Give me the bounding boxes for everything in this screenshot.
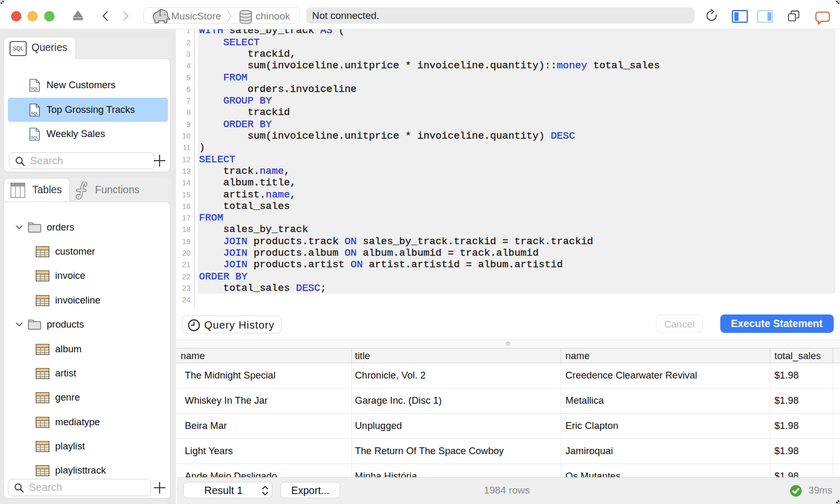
svg-text:SQL: SQL	[31, 111, 39, 116]
svg-text:SQL: SQL	[31, 135, 39, 140]
svg-text:SQL: SQL	[13, 45, 24, 51]
svg-text:SQL: SQL	[31, 87, 39, 91]
